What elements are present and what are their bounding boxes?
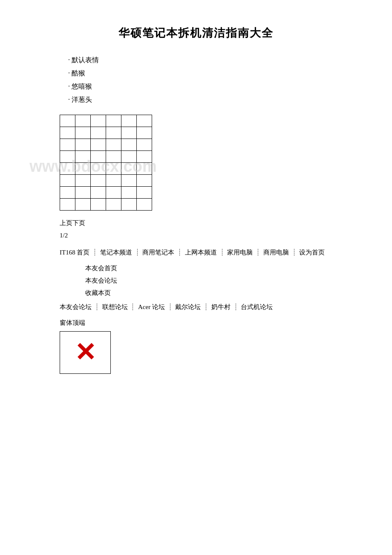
nav-link-netbook[interactable]: 上网本频道 (185, 249, 217, 256)
grid-cell (137, 127, 152, 139)
nav-link-set-homepage[interactable]: 设为首页 (299, 249, 325, 256)
grid-cell (137, 199, 152, 211)
grid-cell (121, 199, 137, 211)
grid-cell (106, 163, 121, 175)
forum-link-lenovo[interactable]: 联想论坛 (102, 304, 128, 310)
grid-cell (75, 199, 91, 211)
nav-link-notebook[interactable]: 笔记本频道 (100, 249, 132, 256)
grid-cell (106, 115, 121, 127)
grid-cell (106, 187, 121, 199)
grid-table (60, 115, 152, 211)
grid-cell (91, 127, 106, 139)
grid-cell (75, 127, 91, 139)
error-image-box: ✕ (60, 331, 111, 374)
nav-link-business-pc[interactable]: 商用电脑 (263, 249, 289, 256)
grid-cell (91, 163, 106, 175)
link-home[interactable]: 本友会首页 (85, 264, 358, 272)
forum-link-dell[interactable]: 戴尔论坛 (175, 304, 201, 310)
grid-cell (106, 175, 121, 187)
grid-cell (75, 175, 91, 187)
window-top-label: 窗体顶端 (60, 319, 85, 326)
forum-link-benyouhui[interactable]: 本友会论坛 (60, 304, 92, 310)
grid-cell (137, 175, 152, 187)
menu-item-4: 洋葱头 (68, 95, 358, 104)
link-bookmark[interactable]: 收藏本页 (85, 289, 358, 297)
grid-with-watermark: www.bdocx.com (34, 115, 152, 217)
menu-item-3: 悠嘻猴 (68, 82, 358, 91)
error-x-icon: ✕ (75, 340, 96, 365)
grid-cell (121, 151, 137, 163)
grid-cell (60, 139, 75, 151)
grid-cell (60, 127, 75, 139)
grid-cell (121, 187, 137, 199)
grid-cell (75, 163, 91, 175)
menu-item-2: 酷猴 (68, 69, 358, 78)
grid-cell (75, 115, 91, 127)
forum-links-row: 本友会论坛 ┊ 联想论坛 ┊ Acer 论坛 ┊ 戴尔论坛 ┊ 奶牛村 ┊ 台式… (34, 301, 358, 313)
forum-link-desktop[interactable]: 台式机论坛 (241, 304, 273, 310)
forum-link-acer[interactable]: Acer 论坛 (138, 304, 165, 310)
nav-link-it168[interactable]: IT168 首页 (60, 249, 89, 256)
grid-cell (121, 163, 137, 175)
grid-cell (106, 151, 121, 163)
grid-cell (121, 115, 137, 127)
grid-cell (106, 127, 121, 139)
nav-links-row: IT168 首页 ┊ 笔记本频道 ┊ 商用笔记本 ┊ 上网本频道 ┊ 家用电脑 … (34, 247, 358, 258)
grid-cell (106, 199, 121, 211)
grid-cell (106, 139, 121, 151)
grid-cell (75, 151, 91, 163)
page-container: 华硕笔记本拆机清洁指南大全 默认表情 酷猴 悠嘻猴 洋葱头 www.bdocx.… (34, 26, 358, 374)
grid-cell (121, 127, 137, 139)
grid-cell (60, 163, 75, 175)
link-forum[interactable]: 本友会论坛 (85, 277, 358, 285)
grid-cell (91, 199, 106, 211)
grid-cell (137, 187, 152, 199)
grid-cell (137, 151, 152, 163)
nav-link-business-notebook[interactable]: 商用笔记本 (142, 249, 174, 256)
menu-list: 默认表情 酷猴 悠嘻猴 洋葱头 (60, 56, 358, 104)
grid-cell (60, 175, 75, 187)
grid-cell (60, 187, 75, 199)
page-nav[interactable]: 上页下页 (60, 220, 85, 226)
grid-cell (60, 151, 75, 163)
page-number: 1/2 (60, 232, 68, 239)
menu-item-1: 默认表情 (68, 56, 358, 65)
forum-link-niucun[interactable]: 奶牛村 (211, 304, 231, 310)
grid-cell (121, 139, 137, 151)
grid-cell (137, 139, 152, 151)
grid-cell (91, 115, 106, 127)
grid-cell (91, 139, 106, 151)
grid-cell (91, 187, 106, 199)
nav-link-home-pc[interactable]: 家用电脑 (227, 249, 253, 256)
grid-cell (60, 115, 75, 127)
grid-cell (137, 115, 152, 127)
grid-cell (91, 151, 106, 163)
grid-cell (60, 199, 75, 211)
grid-cell (75, 187, 91, 199)
grid-cell (137, 163, 152, 175)
grid-cell (91, 175, 106, 187)
grid-cell (121, 175, 137, 187)
grid-cell (75, 139, 91, 151)
page-title: 华硕笔记本拆机清洁指南大全 (34, 26, 358, 40)
